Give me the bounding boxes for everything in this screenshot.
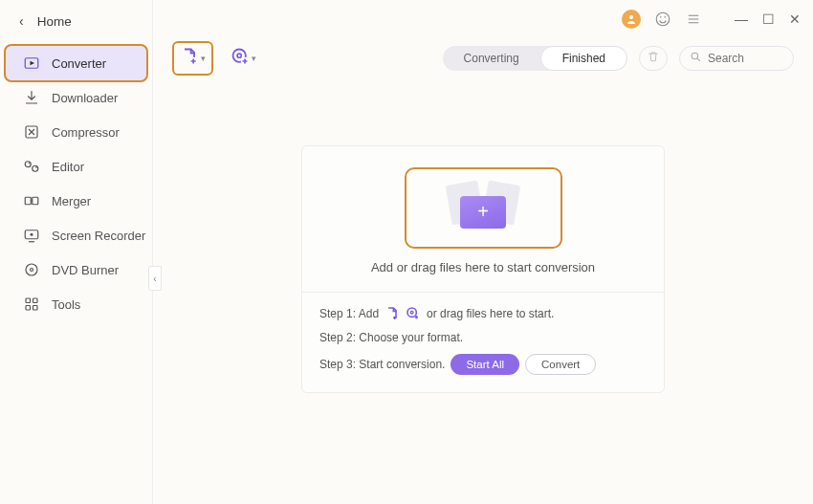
menu-icon[interactable] bbox=[685, 11, 702, 28]
editor-icon bbox=[23, 158, 40, 175]
search-input[interactable] bbox=[708, 52, 784, 65]
sidebar-item-label: DVD Burner bbox=[52, 263, 119, 277]
svg-rect-12 bbox=[33, 298, 38, 303]
sidebar-item-label: Merger bbox=[52, 194, 91, 208]
svg-rect-13 bbox=[26, 306, 31, 311]
sidebar-item-label: Downloader bbox=[52, 91, 118, 105]
tab-finished[interactable]: Finished bbox=[540, 46, 627, 71]
svg-point-19 bbox=[237, 54, 241, 57]
step-2: Step 2: Choose your format. bbox=[319, 331, 647, 344]
sidebar-item-screen-recorder[interactable]: Screen Recorder bbox=[6, 218, 146, 252]
toolbar-right: Converting Finished bbox=[443, 46, 794, 71]
svg-point-16 bbox=[656, 12, 670, 26]
convert-button[interactable]: Convert bbox=[525, 354, 596, 375]
trash-icon bbox=[647, 50, 660, 67]
content-area: + Add or drag files here to start conver… bbox=[153, 78, 813, 504]
sidebar-nav: Converter Downloader Compressor Editor M… bbox=[0, 46, 152, 321]
sidebar-item-label: Converter bbox=[52, 56, 106, 71]
search-field[interactable] bbox=[679, 46, 794, 71]
svg-point-9 bbox=[26, 264, 37, 275]
svg-point-22 bbox=[407, 308, 416, 317]
folder-add-icon: + bbox=[454, 188, 512, 229]
svg-rect-14 bbox=[33, 306, 38, 311]
add-file-icon bbox=[180, 47, 199, 70]
svg-rect-5 bbox=[25, 197, 31, 205]
window-close[interactable]: ✕ bbox=[788, 12, 802, 26]
home-label: Home bbox=[37, 14, 72, 29]
drop-zone[interactable]: + Add or drag files here to start conver… bbox=[302, 146, 664, 292]
tab-converting[interactable]: Converting bbox=[443, 46, 540, 71]
add-disc-icon bbox=[231, 47, 250, 70]
step-1: Step 1: Add or drag files here to start. bbox=[319, 306, 647, 321]
add-disc-icon bbox=[406, 306, 421, 321]
sidebar-item-compressor[interactable]: Compressor bbox=[6, 115, 146, 149]
downloader-icon bbox=[23, 89, 40, 106]
chevron-down-icon: ▾ bbox=[201, 54, 206, 63]
back-icon: ‹ bbox=[19, 13, 24, 29]
user-avatar-icon[interactable] bbox=[622, 10, 641, 29]
window-maximize[interactable]: ☐ bbox=[761, 12, 775, 26]
sidebar-item-dvd-burner[interactable]: DVD Burner bbox=[6, 252, 146, 287]
svg-marker-1 bbox=[31, 61, 35, 66]
sidebar-item-label: Screen Recorder bbox=[52, 229, 145, 243]
drop-card: + Add or drag files here to start conver… bbox=[301, 145, 665, 393]
svg-point-10 bbox=[31, 269, 33, 272]
search-icon bbox=[690, 50, 702, 67]
dvd-burner-icon bbox=[23, 261, 40, 278]
drop-headline: Add or drag files here to start conversi… bbox=[371, 260, 595, 274]
screen-recorder-icon bbox=[23, 227, 40, 244]
sidebar-item-editor[interactable]: Editor bbox=[6, 149, 146, 184]
step-3: Step 3: Start conversion. Start All Conv… bbox=[319, 354, 647, 375]
compressor-icon bbox=[23, 123, 40, 141]
sidebar-collapse-handle[interactable]: ‹ bbox=[148, 266, 162, 291]
app-root: ‹ Home Converter Downloader Compressor E… bbox=[0, 0, 813, 504]
svg-rect-6 bbox=[33, 197, 38, 205]
merger-icon bbox=[23, 192, 40, 209]
sidebar-item-converter[interactable]: Converter bbox=[6, 46, 146, 80]
start-all-button[interactable]: Start All bbox=[450, 354, 519, 375]
add-file-icon bbox=[385, 306, 400, 321]
converter-icon bbox=[23, 55, 40, 72]
add-disc-button[interactable]: ▾ bbox=[225, 43, 262, 74]
toolbar: ▾ ▾ Converting Finished bbox=[153, 38, 813, 78]
svg-point-15 bbox=[629, 15, 633, 19]
sidebar-item-label: Editor bbox=[52, 160, 84, 174]
status-tabs: Converting Finished bbox=[443, 46, 627, 71]
sidebar-item-label: Tools bbox=[52, 297, 80, 312]
main-panel: — ☐ ✕ ▾ ▾ Converting Finished bbox=[152, 0, 813, 504]
drop-steps: Step 1: Add or drag files here to start.… bbox=[302, 292, 664, 392]
svg-rect-11 bbox=[26, 298, 31, 303]
sidebar-item-label: Compressor bbox=[52, 125, 120, 140]
drop-illustration[interactable]: + bbox=[405, 167, 562, 249]
svg-point-21 bbox=[692, 53, 698, 59]
window-minimize[interactable]: — bbox=[735, 12, 748, 26]
sidebar: ‹ Home Converter Downloader Compressor E… bbox=[0, 0, 152, 504]
svg-point-23 bbox=[410, 311, 413, 314]
support-icon[interactable] bbox=[654, 11, 671, 28]
clear-button[interactable] bbox=[639, 46, 668, 71]
sidebar-item-downloader[interactable]: Downloader bbox=[6, 80, 146, 115]
home-nav[interactable]: ‹ Home bbox=[0, 13, 152, 46]
svg-point-8 bbox=[31, 233, 33, 236]
sidebar-item-merger[interactable]: Merger bbox=[6, 184, 146, 218]
sidebar-item-tools[interactable]: Tools bbox=[6, 287, 146, 321]
titlebar: — ☐ ✕ bbox=[153, 0, 813, 38]
chevron-down-icon: ▾ bbox=[252, 54, 256, 63]
add-file-button[interactable]: ▾ bbox=[172, 41, 213, 76]
tools-icon bbox=[23, 296, 40, 313]
